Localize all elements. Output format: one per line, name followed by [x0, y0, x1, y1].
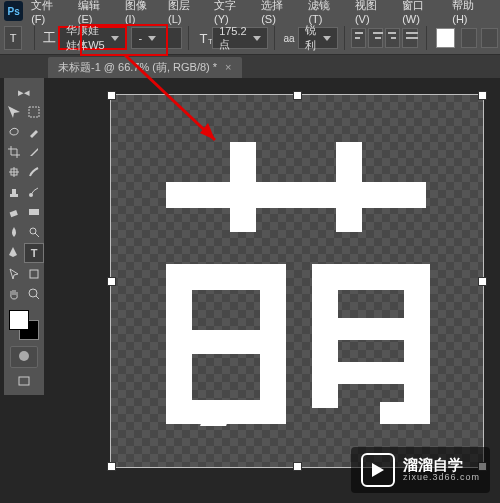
menu-window[interactable]: 窗口(W) — [402, 0, 440, 25]
menu-edit[interactable]: 编辑(E) — [78, 0, 113, 25]
options-bar: T 工 华康娃娃体W5 - T T 175.2 点 aa 锐利 — [0, 22, 500, 55]
watermark-title: 溜溜自学 — [403, 457, 480, 474]
path-select-tool[interactable] — [5, 265, 23, 283]
svg-rect-16 — [19, 377, 29, 385]
separator — [34, 26, 35, 50]
foreground-background-swatch[interactable] — [9, 310, 39, 340]
svg-rect-10 — [29, 209, 39, 215]
separator — [188, 26, 189, 50]
chevron-down-icon — [111, 36, 119, 41]
character-panel-button[interactable] — [481, 28, 498, 48]
toolbox: ▸◂ T — [4, 78, 44, 395]
transform-handle-tl[interactable] — [107, 91, 116, 100]
antialias-dropdown[interactable]: 锐利 — [298, 27, 338, 49]
zoom-tool[interactable] — [25, 285, 43, 303]
svg-point-8 — [29, 193, 33, 197]
align-left-icon[interactable] — [351, 28, 366, 48]
active-tool-icon[interactable]: T — [4, 26, 22, 50]
font-family-value: 华康娃娃体W5 — [66, 23, 105, 53]
align-justify-icon[interactable] — [402, 28, 417, 48]
align-right-icon[interactable] — [385, 28, 400, 48]
quick-select-tool[interactable] — [25, 123, 43, 141]
menu-filter[interactable]: 滤镜(T) — [308, 0, 343, 25]
menu-image[interactable]: 图像(I) — [125, 0, 156, 25]
svg-line-15 — [36, 296, 39, 299]
eraser-tool[interactable] — [5, 203, 23, 221]
font-size-dropdown[interactable]: 175.2 点 — [212, 27, 268, 49]
brush-tool[interactable] — [25, 163, 43, 181]
screen-mode-icon[interactable] — [15, 372, 33, 390]
pen-tool[interactable] — [4, 243, 22, 261]
transform-handle-b[interactable] — [293, 462, 302, 471]
align-center-icon[interactable] — [368, 28, 383, 48]
watermark: 溜溜自学 zixue.3d66.com — [351, 447, 490, 493]
watermark-url: zixue.3d66.com — [403, 473, 480, 483]
transform-bounding-box[interactable] — [110, 94, 484, 468]
quick-mask-icon[interactable] — [10, 346, 38, 368]
marquee-tool[interactable] — [25, 103, 43, 121]
transform-handle-r[interactable] — [478, 277, 487, 286]
document-tab-bar: 未标题-1 @ 66.7% (萌, RGB/8) * × — [0, 55, 500, 79]
separator — [426, 26, 427, 50]
separator — [344, 26, 345, 50]
menu-view[interactable]: 视图(V) — [355, 0, 390, 25]
eyedropper-tool[interactable] — [25, 143, 43, 161]
transform-handle-l[interactable] — [107, 277, 116, 286]
antialias-label: aa — [282, 28, 295, 48]
svg-line-12 — [35, 233, 39, 237]
svg-rect-6 — [10, 194, 18, 197]
menu-help[interactable]: 帮助(H) — [452, 0, 488, 25]
svg-point-14 — [29, 289, 37, 297]
hand-tool[interactable] — [5, 285, 23, 303]
type-tool[interactable]: T — [24, 243, 44, 263]
history-brush-tool[interactable] — [25, 183, 43, 201]
menu-file[interactable]: 文件(F) — [31, 0, 66, 25]
svg-rect-9 — [10, 210, 18, 217]
document-tab[interactable]: 未标题-1 @ 66.7% (萌, RGB/8) * × — [48, 57, 242, 78]
document-canvas[interactable] — [110, 94, 484, 468]
gradient-tool[interactable] — [25, 203, 43, 221]
warp-text-button[interactable] — [461, 28, 478, 48]
font-family-dropdown[interactable]: 华康娃娃体W5 — [58, 26, 127, 50]
font-size-icon: T T — [197, 28, 210, 48]
chevron-down-icon — [323, 36, 331, 41]
foreground-color[interactable] — [9, 310, 29, 330]
font-style-dropdown[interactable]: - — [131, 27, 182, 49]
chevron-down-icon — [148, 36, 156, 41]
svg-rect-7 — [12, 189, 16, 194]
svg-rect-13 — [30, 270, 38, 278]
transform-handle-t[interactable] — [293, 91, 302, 100]
menu-type[interactable]: 文字(Y) — [214, 0, 249, 25]
dodge-tool[interactable] — [25, 223, 43, 241]
close-tab-icon[interactable]: × — [225, 61, 231, 73]
healing-tool[interactable] — [5, 163, 23, 181]
stamp-tool[interactable] — [5, 183, 23, 201]
app-logo: Ps — [4, 1, 23, 21]
play-icon — [361, 453, 395, 487]
app-logo-text: Ps — [7, 6, 19, 17]
blur-tool[interactable] — [5, 223, 23, 241]
menu-bar: Ps 文件(F) 编辑(E) 图像(I) 图层(L) 文字(Y) 选择(S) 滤… — [0, 0, 500, 22]
separator — [274, 26, 275, 50]
menu-select[interactable]: 选择(S) — [261, 0, 296, 25]
font-style-value: - — [138, 32, 142, 44]
menu-layer[interactable]: 图层(L) — [168, 0, 202, 25]
workspace: ▸◂ T — [0, 78, 500, 503]
tool-handles[interactable]: ▸◂ — [15, 83, 33, 101]
transform-handle-tr[interactable] — [478, 91, 487, 100]
svg-rect-2 — [29, 107, 39, 117]
crop-tool[interactable] — [5, 143, 23, 161]
text-orientation-icon[interactable]: 工 — [43, 28, 56, 48]
font-size-value: 175.2 点 — [219, 25, 247, 52]
transform-handle-bl[interactable] — [107, 462, 116, 471]
antialias-value: 锐利 — [305, 23, 317, 53]
move-tool[interactable] — [5, 103, 23, 121]
lasso-tool[interactable] — [5, 123, 23, 141]
text-color-swatch[interactable] — [436, 28, 454, 48]
shape-tool[interactable] — [25, 265, 43, 283]
type-tool-glyph: T — [10, 32, 17, 44]
size-glyph-big: T — [200, 31, 208, 46]
document-tab-title: 未标题-1 @ 66.7% (萌, RGB/8) * — [58, 60, 217, 75]
chevron-down-icon — [253, 36, 261, 41]
